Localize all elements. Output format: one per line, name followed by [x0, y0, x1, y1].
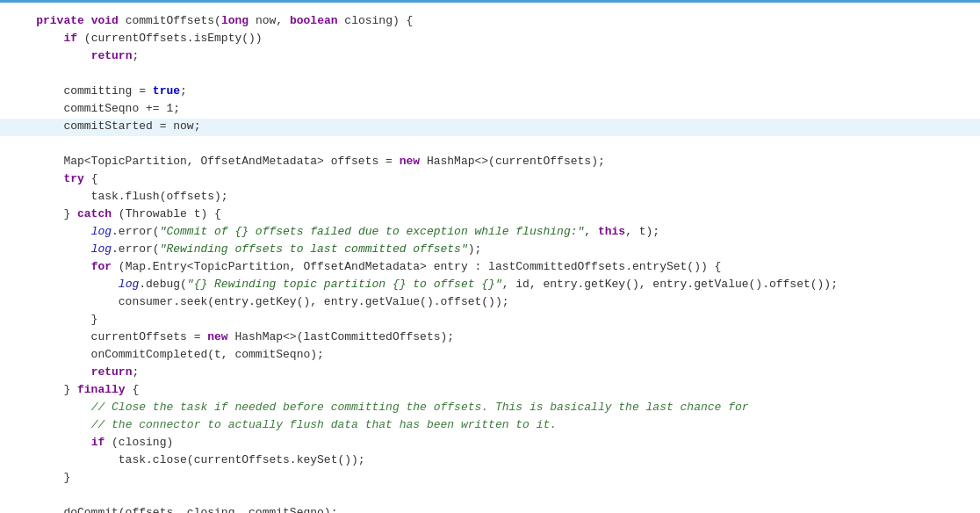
code-line-1: private void commitOffsets(long now, boo… — [0, 13, 980, 31]
code-line-12: } catch (Throwable t) { — [0, 206, 980, 224]
code-line-3: return; — [0, 48, 980, 66]
code-line-16: log.debug("{} Rewinding topic partition … — [0, 277, 980, 294]
code-line-10: try { — [0, 171, 980, 189]
code-line-29: doCommit(offsets, closing, commitSeqno); — [0, 505, 980, 513]
code-editor: private void commitOffsets(long now, boo… — [0, 0, 980, 513]
code-line-26: task.close(currentOffsets.keySet()); — [0, 452, 980, 470]
code-block: private void commitOffsets(long now, boo… — [0, 10, 980, 513]
code-line-28 — [0, 488, 980, 505]
code-line-8 — [0, 136, 980, 154]
code-line-27: } — [0, 470, 980, 488]
code-line-7: commitStarted = now; — [0, 119, 980, 136]
code-line-2: if (currentOffsets.isEmpty()) — [0, 31, 980, 48]
code-line-22: } finally { — [0, 382, 980, 400]
code-line-18: } — [0, 312, 980, 329]
code-line-21: return; — [0, 365, 980, 382]
code-line-5: committing = true; — [0, 83, 980, 101]
code-line-19: currentOffsets = new HashMap<>(lastCommi… — [0, 329, 980, 347]
code-line-14: log.error("Rewinding offsets to last com… — [0, 242, 980, 259]
code-line-9: Map<TopicPartition, OffsetAndMetadata> o… — [0, 154, 980, 171]
code-line-24: // the connector to actually flush data … — [0, 417, 980, 435]
code-line-17: consumer.seek(entry.getKey(), entry.getV… — [0, 294, 980, 312]
code-line-11: task.flush(offsets); — [0, 189, 980, 206]
code-line-15: for (Map.Entry<TopicPartition, OffsetAnd… — [0, 259, 980, 277]
code-line-23: // Close the task if needed before commi… — [0, 400, 980, 417]
code-line-20: onCommitCompleted(t, commitSeqno); — [0, 347, 980, 365]
code-line-4 — [0, 66, 980, 83]
code-line-25: if (closing) — [0, 435, 980, 452]
code-line-6: commitSeqno += 1; — [0, 101, 980, 119]
code-line-13: log.error("Commit of {} offsets failed d… — [0, 224, 980, 242]
